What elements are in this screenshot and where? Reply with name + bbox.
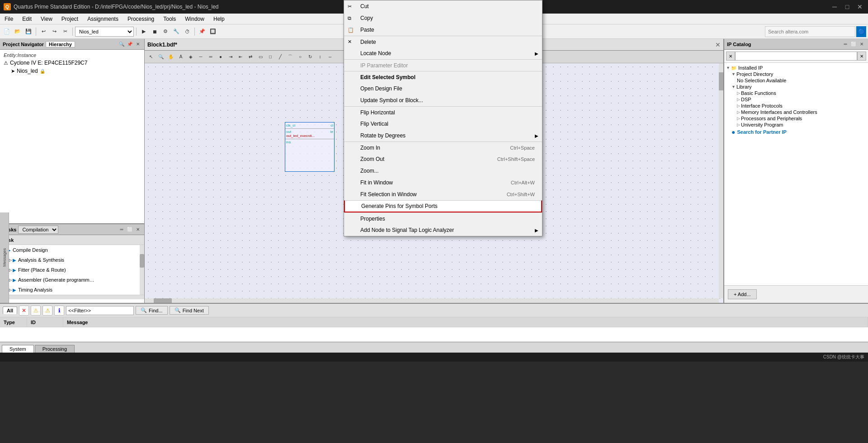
ctx-fit-window[interactable]: Fit in Window Ctrl+Alt+W — [344, 177, 542, 189]
msg-note-btn[interactable]: ℹ — [54, 306, 64, 316]
sch-out-btn[interactable]: ⇤ — [236, 52, 245, 61]
bottom-tab-system[interactable]: System — [2, 345, 34, 353]
sch-arc-btn[interactable]: ⌒ — [286, 52, 295, 61]
ctx-zoom-in[interactable]: Zoom In Ctrl+Space — [344, 141, 542, 153]
ip-project-dir[interactable]: ▼ Project Directory — [726, 71, 866, 77]
nav-pin-btn[interactable]: 📌 — [126, 41, 133, 48]
ip-search-input[interactable] — [735, 52, 857, 61]
ip-interface-protocols[interactable]: ▷ Interface Protocols — [726, 103, 866, 109]
msg-tab-all[interactable]: All — [3, 306, 17, 314]
menu-help[interactable]: Help — [209, 14, 229, 24]
toolbar-rtl[interactable]: ⚙ — [160, 27, 170, 37]
sch-hand-btn[interactable]: ✋ — [166, 52, 175, 61]
toolbar-new[interactable]: 📄 — [2, 27, 12, 37]
close-button[interactable]: ✕ — [855, 2, 864, 11]
ctx-zoom[interactable]: Zoom... — [344, 165, 542, 177]
schematic-close-btn[interactable]: ✕ — [715, 41, 721, 48]
toolbar-synth[interactable]: 🔧 — [171, 27, 181, 37]
toolbar-redo[interactable]: ↪ — [49, 27, 59, 37]
nav-close-btn[interactable]: ✕ — [134, 41, 142, 48]
toolbar-cut[interactable]: ✂ — [60, 27, 70, 37]
ip-catalog-pin-btn[interactable]: ═ — [842, 41, 849, 48]
toolbar-pin-planner[interactable]: 📌 — [197, 27, 207, 37]
nav-device-item[interactable]: ⚠ Cyclone IV E: EP4CE115F29C7 — [2, 59, 142, 67]
search-altera-input[interactable] — [765, 26, 855, 37]
menu-assignments[interactable]: Assignments — [83, 14, 123, 24]
ctx-add-node[interactable]: Add Node to Signal Tap Logic Analyzer ▶ — [344, 224, 542, 236]
msg-find-btn[interactable]: 🔍 Find... — [136, 306, 168, 315]
task-timing[interactable]: ▷ ▶ Timing Analysis — [0, 285, 144, 295]
tasks-dropdown[interactable]: Compilation — [18, 226, 58, 234]
ip-search-icon-btn[interactable]: ✕ — [726, 52, 735, 61]
project-dropdown[interactable]: Nios_led — [75, 27, 134, 37]
menu-processing[interactable]: Processing — [123, 14, 159, 24]
ctx-copy[interactable]: ⧉ Copy — [344, 12, 542, 24]
tasks-scrollbar[interactable] — [140, 245, 144, 295]
hscroll-thumb[interactable] — [154, 298, 172, 303]
schematic-hscroll[interactable] — [145, 298, 719, 303]
ip-installed-ip[interactable]: ▼ 📁 Installed IP — [726, 65, 866, 71]
menu-project[interactable]: Project — [57, 14, 83, 24]
sch-node-btn[interactable]: ● — [216, 52, 225, 61]
toolbar-save[interactable]: 💾 — [24, 27, 33, 37]
ctx-delete[interactable]: ✕ Delete — [344, 36, 542, 47]
ip-catalog-close-btn[interactable]: ✕ — [858, 41, 865, 48]
ip-processors[interactable]: ▷ Processors and Peripherals — [726, 115, 866, 122]
tasks-close-btn[interactable]: ✕ — [134, 226, 142, 233]
schematic-component[interactable]: clk_cl cl out le out_led_execrdi... ins — [285, 122, 335, 172]
ip-catalog-float-btn[interactable]: ⬜ — [850, 41, 857, 48]
ctx-flip-v[interactable]: Flip Vertical — [344, 118, 542, 130]
sch-flip-btn[interactable]: ↕ — [316, 52, 325, 61]
menu-edit[interactable]: Edit — [18, 14, 36, 24]
sch-zoom-btn[interactable]: 🔍 — [156, 52, 165, 61]
hierarchy-tab[interactable]: Hierarchy — [46, 41, 75, 47]
sch-circle-btn[interactable]: ○ — [296, 52, 305, 61]
menu-window[interactable]: Window — [180, 14, 209, 24]
ip-partner[interactable]: ● Search for Partner IP — [726, 128, 866, 136]
msg-warning-btn[interactable]: ⚠ — [31, 306, 41, 316]
task-fitter[interactable]: ▷ ▶ Fitter (Place & Route) — [0, 265, 144, 275]
msg-find-next-btn[interactable]: 🔍 Find Next — [170, 306, 209, 315]
scrollbar-thumb[interactable] — [140, 254, 144, 268]
ip-university[interactable]: ▷ University Program — [726, 122, 866, 128]
bottom-tab-processing[interactable]: Processing — [35, 345, 75, 353]
ctx-paste[interactable]: 📋 Paste — [344, 24, 542, 36]
sch-wire-btn[interactable]: ─ — [196, 52, 205, 61]
ip-add-button[interactable]: + Add... — [728, 289, 757, 299]
ip-basic-functions[interactable]: ▷ Basic Functions — [726, 90, 866, 96]
toolbar-compile[interactable]: ▶ — [139, 27, 149, 37]
sch-block-btn[interactable]: ▭ — [256, 52, 265, 61]
search-altera-button[interactable]: 🔵 — [856, 26, 866, 37]
sch-in-btn[interactable]: ⇥ — [226, 52, 235, 61]
ip-library[interactable]: ▼ Library — [726, 84, 866, 90]
sch-rotate-btn[interactable]: ↻ — [306, 52, 315, 61]
ctx-cut[interactable]: ✂ Cut — [344, 0, 542, 12]
menu-tools[interactable]: Tools — [159, 14, 180, 24]
tasks-pin-btn[interactable]: ═ — [118, 226, 125, 233]
menu-view[interactable]: View — [36, 14, 57, 24]
task-assembler[interactable]: ▷ ▶ Assembler (Generate programm… — [0, 275, 144, 285]
task-compile-design[interactable]: ▼ ▶ Compile Design — [0, 245, 144, 255]
msg-info-btn[interactable]: ⚠ — [42, 306, 52, 316]
toolbar-chip-planner[interactable]: 🔲 — [208, 27, 218, 37]
maximize-button[interactable]: □ — [843, 2, 852, 11]
sch-select-btn[interactable]: ↖ — [146, 52, 156, 61]
sch-bidir-btn[interactable]: ⇄ — [246, 52, 255, 61]
schematic-vscroll[interactable] — [719, 63, 723, 298]
ip-dsp[interactable]: ▷ DSP — [726, 96, 866, 103]
sch-symbol-btn[interactable]: ◈ — [186, 52, 195, 61]
tasks-hscroll[interactable] — [0, 295, 144, 299]
toolbar-open[interactable]: 📂 — [13, 27, 23, 37]
ctx-fit-selection[interactable]: Fit Selection in Window Ctrl+Shift+W — [344, 189, 542, 200]
ctx-gen-pins[interactable]: Generate Pins for Symbol Ports — [344, 200, 542, 212]
task-analysis[interactable]: ▷ ▶ Analysis & Synthesis — [0, 255, 144, 265]
sch-mirror-btn[interactable]: ↔ — [326, 52, 335, 61]
sch-rect-btn[interactable]: □ — [266, 52, 275, 61]
ctx-update-symbol[interactable]: Update Symbol or Block... — [344, 94, 542, 106]
tasks-float-btn[interactable]: ⬜ — [126, 226, 133, 233]
sch-text-btn[interactable]: A — [176, 52, 185, 61]
menu-file[interactable]: File — [0, 14, 18, 24]
toolbar-undo[interactable]: ↩ — [38, 27, 48, 37]
nav-module-item[interactable]: ➤ Nios_led 🔒 — [2, 67, 142, 75]
ctx-locate-node[interactable]: Locate Node ▶ — [344, 47, 542, 59]
